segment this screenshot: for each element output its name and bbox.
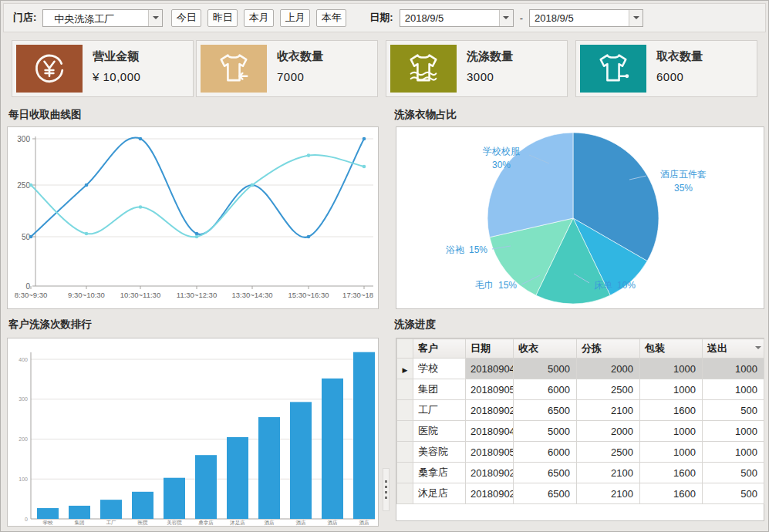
table-cell[interactable]: 1000	[703, 421, 764, 442]
x-tick-label: 酒店	[359, 520, 370, 526]
series-light-cyan-marker	[195, 235, 199, 239]
table-cell[interactable]: 医院	[413, 421, 466, 442]
shirt-receive-icon	[201, 45, 267, 93]
column-header-4[interactable]: 包装	[640, 339, 703, 359]
bar-10	[353, 352, 375, 519]
table-cell[interactable]: 6000	[514, 379, 577, 400]
table-cell[interactable]: 20180905	[466, 442, 514, 463]
table-cell[interactable]: 1600	[640, 400, 703, 421]
series-dark-blue-marker	[363, 137, 366, 141]
table-row-6[interactable]: 沐足店20180902650021001600500	[397, 483, 764, 504]
table-cell[interactable]: 集团	[413, 379, 466, 400]
table-cell[interactable]: 沐足店	[413, 483, 466, 504]
table-row-2[interactable]: 工厂20180902650021001600500	[397, 400, 764, 421]
store-select[interactable]: 中央洗涤工厂	[42, 9, 163, 27]
bar-7	[258, 417, 280, 519]
table-cell[interactable]: 1000	[703, 442, 764, 463]
table-cell[interactable]: 1000	[640, 379, 703, 400]
table-cell[interactable]: 20180904	[466, 359, 514, 379]
table-cell[interactable]: 1000	[703, 379, 764, 400]
chevron-down-icon[interactable]	[499, 10, 513, 26]
table-cell[interactable]: 5000	[514, 421, 577, 442]
table-row-5[interactable]: 桑拿店20180902650021001600500	[397, 463, 764, 483]
table-cell[interactable]: 5000	[514, 359, 577, 379]
column-header-1[interactable]: 日期	[466, 339, 514, 359]
table-cell[interactable]: 2000	[577, 421, 640, 442]
table-cell[interactable]: 美容院	[413, 442, 466, 463]
toolbar: 门店: 中央洗涤工厂 今日 昨日 本月 上月 本年 日期: 2018/9/5 -…	[3, 3, 766, 32]
this-year-button[interactable]: 本年	[316, 9, 346, 27]
table-cell[interactable]: 1000	[640, 359, 703, 379]
x-tick-label: 沐足店	[229, 520, 245, 526]
x-tick-label: 医院	[138, 520, 149, 526]
dashboard-window: 门店: 中央洗涤工厂 今日 昨日 本月 上月 本年 日期: 2018/9/5 -…	[0, 0, 769, 532]
row-indicator	[397, 463, 413, 483]
table-cell[interactable]: 2100	[577, 483, 640, 504]
row-indicator	[397, 421, 413, 442]
row-indicator	[397, 400, 413, 421]
table-cell[interactable]: 20180905	[466, 379, 514, 400]
x-tick-label: 10:30~11:30	[120, 291, 160, 299]
series-light-cyan-marker	[29, 184, 33, 187]
table-cell[interactable]: 桑拿店	[413, 463, 466, 483]
table-cell[interactable]: 6500	[514, 400, 577, 421]
table-row-1[interactable]: 集团201809056000250010001000	[397, 379, 764, 400]
table-cell[interactable]: 工厂	[413, 400, 466, 421]
shirt-wash-icon	[390, 45, 457, 93]
today-button[interactable]: 今日	[171, 9, 201, 27]
date-from-picker[interactable]: 2018/9/5	[400, 9, 514, 27]
table-row-0[interactable]: ▶学校201809045000200010001000	[397, 359, 764, 379]
bar-chart-panel: 0100200300400学校集团工厂医院美容院桑拿店沐足店酒店酒店酒店酒店	[7, 338, 379, 527]
column-header-3[interactable]: 分拣	[577, 339, 640, 359]
table-cell[interactable]: 500	[703, 483, 764, 504]
series-dark-blue-marker	[195, 232, 199, 236]
filter-dropdown-icon[interactable]	[755, 346, 761, 352]
date-to-picker[interactable]: 2018/9/5	[529, 9, 643, 27]
table-cell[interactable]: 2500	[577, 442, 640, 463]
table-cell[interactable]: 学校	[413, 359, 466, 379]
yesterday-button[interactable]: 昨日	[207, 9, 238, 27]
this-month-button[interactable]: 本月	[244, 9, 274, 27]
chevron-down-icon[interactable]	[629, 10, 643, 26]
table-row-4[interactable]: 美容院201809056000250010001000	[397, 442, 764, 463]
table-cell[interactable]: 2000	[577, 359, 640, 379]
table-cell[interactable]: 20180904	[466, 421, 514, 442]
x-tick-label: 桑拿店	[198, 520, 214, 526]
pie-label-hotel-set: 酒店五件套 35%	[637, 167, 730, 195]
date-range-separator: -	[520, 12, 523, 24]
table-cell[interactable]: 500	[703, 400, 764, 421]
table-cell[interactable]: 1000	[640, 421, 703, 442]
table-title: 洗涤进度	[394, 318, 436, 332]
table-cell[interactable]: 6000	[514, 442, 577, 463]
row-indicator	[397, 442, 413, 463]
kpi-title: 营业金额	[93, 49, 139, 64]
table-cell[interactable]: 1600	[640, 483, 703, 504]
table-row-3[interactable]: 医院201809045000200010001000	[397, 421, 764, 442]
pie-label-bed-sheet: 床单10%	[594, 278, 663, 292]
table-cell[interactable]: 6500	[514, 483, 577, 504]
kpi-card-revenue: 营业金额 ¥ 10,000	[12, 40, 194, 97]
panel-splitter-handle[interactable]	[383, 468, 390, 511]
table-cell[interactable]: 20180902	[466, 400, 514, 421]
column-header-2[interactable]: 收衣	[514, 339, 577, 359]
last-month-button[interactable]: 上月	[280, 9, 310, 27]
table-cell[interactable]: 1000	[703, 359, 764, 379]
pie-chart-panel: 学校校服 30% 酒店五件套 35% 浴袍15% 毛巾15% 床单10%	[396, 126, 764, 309]
series-light-cyan-marker	[139, 205, 143, 209]
pie-label-bathrobe: 浴袍15%	[418, 243, 487, 257]
table-cell[interactable]: 2500	[577, 379, 640, 400]
column-header-5[interactable]: 送出	[703, 339, 764, 359]
table-cell[interactable]: 2100	[577, 463, 640, 483]
table-cell[interactable]: 500	[703, 463, 764, 483]
column-header-0[interactable]: 客户	[413, 339, 466, 359]
table-cell[interactable]: 1600	[640, 463, 703, 483]
kpi-title: 洗涤数量	[467, 49, 513, 64]
table-cell[interactable]: 20180902	[466, 483, 514, 504]
y-tick-label: 0	[25, 282, 30, 291]
table-cell[interactable]: 1000	[640, 442, 703, 463]
line-chart-panel: 3002505008:30~9:309:30~10:3010:30~11:301…	[7, 126, 379, 309]
table-cell[interactable]: 2100	[577, 400, 640, 421]
chevron-down-icon[interactable]	[148, 10, 162, 26]
table-cell[interactable]: 20180902	[466, 463, 514, 483]
table-cell[interactable]: 6500	[514, 463, 577, 483]
